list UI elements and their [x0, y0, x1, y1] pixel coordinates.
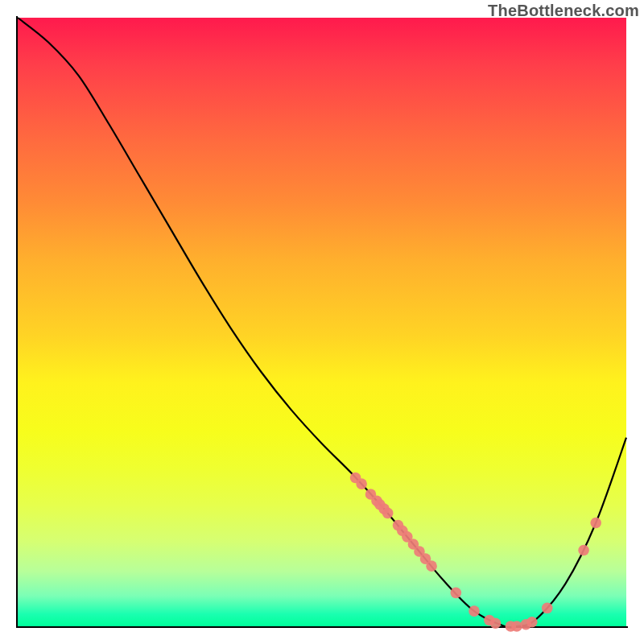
scatter-dot: [542, 603, 553, 614]
curve-line: [18, 18, 626, 628]
scatter-dot: [490, 617, 502, 629]
scatter-dot: [578, 545, 589, 556]
scatter-dot: [590, 518, 601, 529]
watermark-label: TheBottleneck.com: [488, 2, 639, 20]
scatter-dot: [469, 605, 480, 617]
chart-container: TheBottleneck.com: [0, 0, 644, 644]
scatter-dot: [526, 617, 538, 628]
scatter-dot: [511, 621, 522, 632]
scatter-dot: [451, 588, 462, 599]
x-axis: [16, 626, 628, 628]
scatter-dot: [382, 508, 394, 519]
scatter-dot: [356, 478, 367, 489]
scatter-points: [350, 473, 601, 632]
chart-overlay: [18, 18, 626, 626]
scatter-dot: [426, 560, 437, 572]
